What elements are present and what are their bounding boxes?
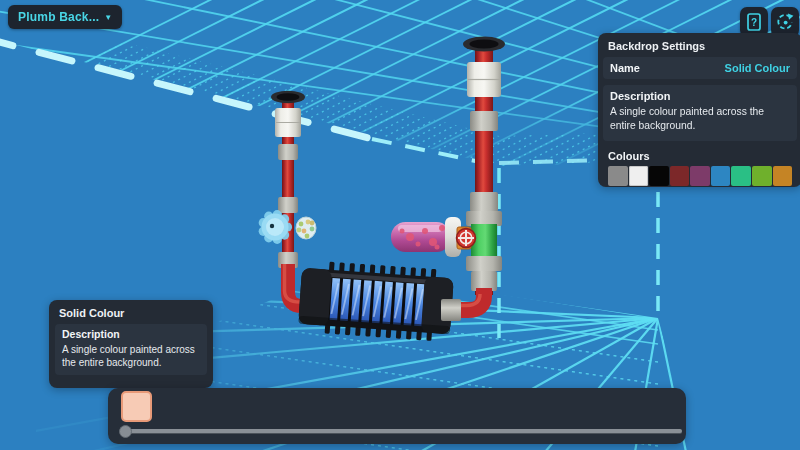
name-value: Solid Colour xyxy=(725,62,790,74)
name-row: Name Solid Colour xyxy=(603,57,797,79)
colour-swatch-4[interactable] xyxy=(690,166,710,186)
colour-swatch-2[interactable] xyxy=(649,166,669,186)
description-label: Description xyxy=(610,90,790,102)
colour-swatch-5[interactable] xyxy=(711,166,731,186)
pipe-coupling-gray xyxy=(470,192,498,212)
svg-text:?: ? xyxy=(751,17,757,28)
colours-label: Colours xyxy=(608,150,792,162)
chemical-vial[interactable] xyxy=(391,217,476,257)
valve-wheel xyxy=(457,229,476,248)
colour-swatches xyxy=(608,166,792,186)
machine-outlet-coupling xyxy=(441,299,461,321)
panel-title: Backdrop Settings xyxy=(598,33,800,57)
colour-swatch-7[interactable] xyxy=(752,166,772,186)
colour-swatch-8[interactable] xyxy=(773,166,793,186)
colour-swatch-0[interactable] xyxy=(608,166,628,186)
solid-colour-tooltip: Solid Colour Description A single colour… xyxy=(49,300,213,388)
pump-axle-dot xyxy=(270,224,274,228)
tooltip-description-card: Description A single colour painted acro… xyxy=(55,324,207,375)
backdrop-dropdown-button[interactable]: Plumb Back... ▼ xyxy=(8,5,122,29)
tooltip-title: Solid Colour xyxy=(49,300,213,324)
colour-slider-track[interactable] xyxy=(122,429,682,433)
selected-colour-swatch[interactable] xyxy=(121,391,152,422)
name-label: Name xyxy=(610,62,640,74)
right-pipe-assembly[interactable] xyxy=(441,37,505,322)
colour-editor-bar xyxy=(108,388,686,444)
reset-arrow-icon xyxy=(774,11,796,33)
description-card: Description A single colour painted acro… xyxy=(603,85,797,141)
chevron-down-icon: ▼ xyxy=(104,12,112,22)
pipe-coupling-white xyxy=(467,62,501,97)
colour-swatch-3[interactable] xyxy=(670,166,690,186)
document-question-icon: ? xyxy=(744,11,764,33)
colours-section: Colours xyxy=(598,141,800,186)
backdrop-dropdown-label: Plumb Back... xyxy=(18,10,99,24)
pipe-coupling-gray xyxy=(278,197,298,213)
colour-slider-handle[interactable] xyxy=(119,425,132,438)
tooltip-description-text: A single colour painted across the entir… xyxy=(62,343,200,369)
pipe-coupling-gray xyxy=(278,144,298,160)
colour-swatch-6[interactable] xyxy=(731,166,751,186)
heater-machine[interactable] xyxy=(298,260,455,342)
tooltip-description-label: Description xyxy=(62,328,200,340)
game-viewport: Plumb Back... ▼ ? Backdrop Settings Name… xyxy=(0,0,800,450)
pipe-coupling-white xyxy=(275,108,301,137)
colour-swatch-1[interactable] xyxy=(629,166,649,186)
pipe-coupling-gray xyxy=(470,111,498,131)
description-text: A single colour painted across the entir… xyxy=(610,105,790,132)
backdrop-settings-panel: Backdrop Settings Name Solid Colour Desc… xyxy=(598,33,800,187)
